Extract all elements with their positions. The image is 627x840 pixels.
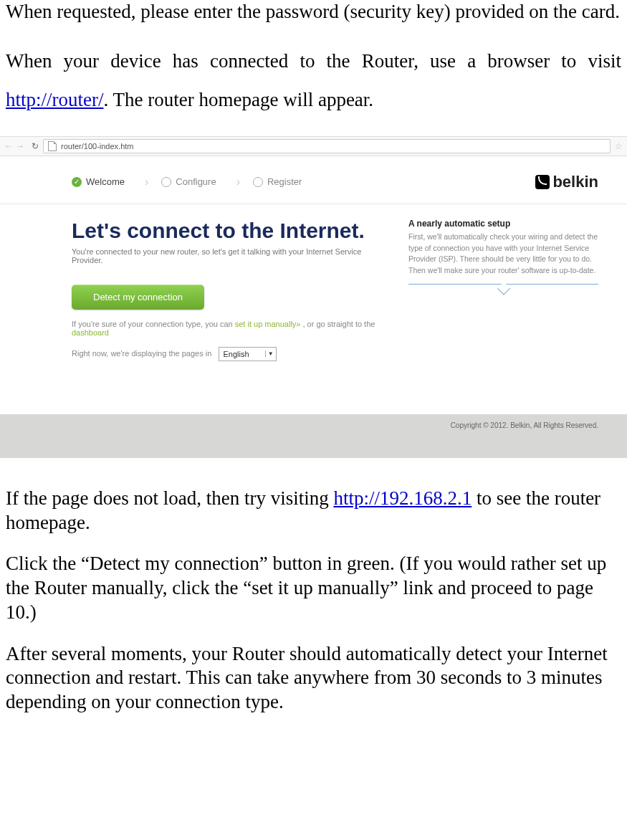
step-label: Configure bbox=[176, 176, 216, 187]
ip-link[interactable]: http://192.168.2.1 bbox=[333, 487, 472, 509]
text-run: If the page does not load, then try visi… bbox=[6, 487, 333, 509]
doc-paragraph: When requested, please enter the passwor… bbox=[6, 0, 621, 24]
detect-connection-button[interactable]: Detect my connection bbox=[72, 285, 204, 310]
doc-paragraph: If the page does not load, then try visi… bbox=[6, 487, 621, 535]
logo-icon bbox=[535, 175, 550, 189]
chevron-down-icon: ▼ bbox=[265, 350, 276, 357]
step-welcome[interactable]: ✓ Welcome bbox=[72, 176, 125, 187]
text-run: When your device has connected to the Ro… bbox=[6, 50, 621, 72]
text-run: , or go straight to the bbox=[300, 320, 375, 328]
callout-pointer bbox=[408, 284, 598, 295]
belkin-logo: belkin bbox=[535, 173, 598, 191]
language-value: English bbox=[219, 350, 265, 358]
router-link[interactable]: http://router/ bbox=[6, 89, 103, 110]
doc-paragraph: When your device has connected to the Ro… bbox=[6, 42, 621, 119]
divider bbox=[0, 204, 627, 204]
circle-icon bbox=[253, 177, 263, 187]
logo-text: belkin bbox=[552, 173, 598, 191]
address-bar[interactable]: router/100-index.htm bbox=[43, 139, 611, 153]
page-footer: Copyright © 2012. Belkin, All Rights Res… bbox=[0, 414, 627, 458]
language-line: Right now, we're displaying the pages in… bbox=[72, 347, 387, 361]
language-select[interactable]: English ▼ bbox=[219, 347, 277, 361]
chevron-right-icon: › bbox=[145, 176, 148, 188]
side-column: A nearly automatic setup First, we'll au… bbox=[408, 219, 598, 371]
reload-icon[interactable]: ↻ bbox=[32, 141, 39, 151]
side-title: A nearly automatic setup bbox=[408, 219, 598, 229]
text-run: . The router homepage will appear. bbox=[103, 89, 373, 110]
browser-toolbar: ←→ ↻ router/100-index.htm ☆ bbox=[0, 137, 627, 156]
text-run: If you're sure of your connection type, … bbox=[72, 320, 235, 328]
url-text: router/100-index.htm bbox=[61, 142, 134, 151]
chevron-right-icon: › bbox=[236, 176, 240, 188]
manual-setup-link[interactable]: set it up manually» bbox=[235, 320, 301, 328]
page-subhead: You're connected to your new router, so … bbox=[72, 247, 387, 264]
step-label: Register bbox=[267, 176, 302, 187]
back-forward-icons[interactable]: ←→ bbox=[4, 141, 27, 151]
main-column: Let's connect to the Internet. You're co… bbox=[72, 219, 387, 371]
document-body: When requested, please enter the passwor… bbox=[0, 0, 627, 119]
doc-paragraph: Click the “Detect my connection” button … bbox=[6, 552, 621, 624]
text-run: Right now, we're displaying the pages in bbox=[72, 349, 211, 358]
manual-setup-line: If you're sure of your connection type, … bbox=[72, 320, 387, 337]
step-configure[interactable]: Configure bbox=[161, 176, 216, 187]
content-row: Let's connect to the Internet. You're co… bbox=[0, 219, 627, 371]
doc-paragraph: After several moments, your Router shoul… bbox=[6, 642, 621, 715]
bookmark-star-icon[interactable]: ☆ bbox=[615, 141, 623, 151]
page-headline: Let's connect to the Internet. bbox=[72, 219, 387, 243]
document-body: If the page does not load, then try visi… bbox=[0, 487, 627, 715]
page-icon bbox=[48, 141, 57, 151]
setup-steps: ✓ Welcome › Configure › Register belkin bbox=[0, 168, 627, 196]
circle-icon bbox=[161, 177, 171, 187]
embedded-screenshot: ←→ ↻ router/100-index.htm ☆ ✓ Welcome › … bbox=[0, 136, 627, 458]
side-text: First, we'll automatically check your wi… bbox=[408, 232, 598, 277]
dashboard-link[interactable]: dashboard bbox=[72, 328, 109, 337]
step-label: Welcome bbox=[86, 176, 125, 187]
step-register[interactable]: Register bbox=[253, 176, 302, 187]
check-icon: ✓ bbox=[72, 177, 82, 187]
router-page: ✓ Welcome › Configure › Register belkin … bbox=[0, 156, 627, 458]
